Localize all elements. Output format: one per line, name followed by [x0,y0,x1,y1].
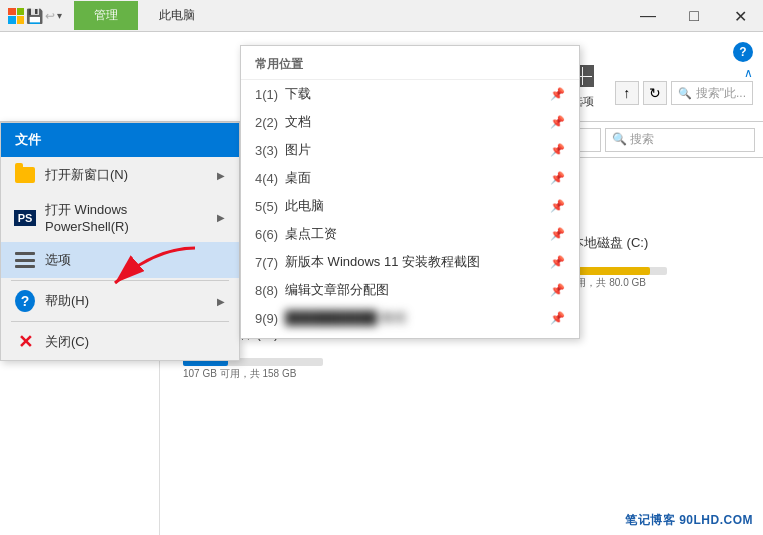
file-menu-close[interactable]: ✕ 关闭(C) [1,324,239,360]
places-item-num: 9(9) [255,311,285,326]
places-item-label: 下载 [285,85,311,103]
places-item-num: 5(5) [255,199,285,214]
powershell-icon: PS [15,208,35,228]
ribbon-right: 选项 ↑ ↻ 🔍 搜索"此... [559,32,753,121]
title-bar-controls: — □ ✕ [625,0,763,32]
title-bar-left: 💾 ↩ ▾ 管理 此电脑 [0,1,220,30]
help-icon: ? [15,291,35,311]
pin-icon: 📌 [550,283,565,297]
file-menu-header: 文件 [1,123,239,157]
file-menu-item-label: 打开新窗口(N) [45,166,128,184]
pin-icon: 📌 [550,143,565,157]
pin-icon: 📌 [550,255,565,269]
places-item-label: 桌面 [285,169,311,187]
search-icon: 🔍 [678,87,692,100]
places-item-label: 桌点工资 [285,225,337,243]
places-item-documents[interactable]: 2(2) 文档 📌 [241,108,579,136]
quick-save[interactable]: 💾 [26,8,43,24]
places-item-downloads[interactable]: 1(1) 下载 📌 [241,80,579,108]
maximize-button[interactable]: □ [671,0,717,32]
places-item-label: 编辑文章部分配图 [285,281,389,299]
places-item-thispc[interactable]: 5(5) 此电脑 📌 [241,192,579,220]
places-item-label: 文档 [285,113,311,131]
search-box[interactable]: 🔍 搜索"此... [671,81,753,105]
places-item-label: 图片 [285,141,311,159]
places-item-num: 4(4) [255,171,285,186]
file-menu-options[interactable]: 选项 [1,242,239,278]
places-item-num: 8(8) [255,283,285,298]
title-bar: 💾 ↩ ▾ 管理 此电脑 — □ ✕ [0,0,763,32]
places-item-pictures[interactable]: 3(3) 图片 📌 [241,136,579,164]
tab-thispc[interactable]: 此电脑 [142,2,212,29]
pin-icon: 📌 [550,199,565,213]
pin-icon: 📌 [550,115,565,129]
file-menu-item-label: 选项 [45,251,71,269]
file-menu-divider-2 [11,321,229,322]
submenu-arrow-icon: ▶ [217,212,225,223]
tab-manage[interactable]: 管理 [74,1,138,30]
submenu-arrow-icon: ▶ [217,170,225,181]
places-item-label: 此电脑 [285,197,324,215]
file-menu-item-label: 关闭(C) [45,333,89,351]
pin-icon: 📌 [550,311,565,325]
close-button[interactable]: ✕ [717,0,763,32]
places-item-label: 新版本 Windows 11 安装教程截图 [285,253,480,271]
places-item-num: 2(2) [255,115,285,130]
places-item-num: 3(3) [255,143,285,158]
places-item-desktop[interactable]: 4(4) 桌面 📌 [241,164,579,192]
pin-icon: 📌 [550,87,565,101]
up-button[interactable]: ↑ [615,81,639,105]
file-menu-open-new-window[interactable]: 打开新窗口(N) ▶ [1,157,239,193]
file-menu-divider [11,280,229,281]
device-c-name: 本地磁盘 (C:) [571,234,648,252]
ribbon-collapse-icon[interactable]: ∧ [744,66,753,80]
folder-open-icon [15,165,35,185]
help-question-icon[interactable]: ? [733,42,753,62]
places-item-edit[interactable]: 8(8) 编辑文章部分配图 📌 [241,276,579,304]
file-menu-item-label: 打开 Windows PowerShell(R) [45,201,207,234]
file-menu-help[interactable]: ? 帮助(H) ▶ [1,283,239,319]
minimize-button[interactable]: — [625,0,671,32]
drive-d-sizes: 107 GB 可用，共 158 GB [183,367,296,381]
file-menu-item-label: 帮助(H) [45,292,89,310]
places-item-num: 6(6) [255,227,285,242]
places-item-num: 1(1) [255,87,285,102]
nav-search-input[interactable]: 🔍 搜索 [605,128,755,152]
pin-icon: 📌 [550,171,565,185]
quick-undo[interactable]: ↩ [45,9,55,23]
places-item-salary[interactable]: 6(6) 桌点工资 📌 [241,220,579,248]
file-menu-powershell[interactable]: PS 打开 Windows PowerShell(R) ▶ [1,193,239,242]
places-item-blurred[interactable]: 9(9) ██████████ 教程 📌 [241,304,579,332]
windows-icon [8,8,24,24]
close-x-icon: ✕ [15,332,35,352]
refresh-button[interactable]: ↻ [643,81,667,105]
common-places-header: 常用位置 [241,52,579,80]
places-item-win11[interactable]: 7(7) 新版本 Windows 11 安装教程截图 📌 [241,248,579,276]
submenu-arrow-icon: ▶ [217,296,225,307]
common-places-menu: 常用位置 1(1) 下载 📌 2(2) 文档 📌 3(3) 图片 📌 4(4) … [240,45,580,339]
places-item-num: 7(7) [255,255,285,270]
quick-dropdown[interactable]: ▾ [57,10,62,21]
options-list-icon [15,250,35,270]
places-item-label: ██████████ 教程 [285,309,407,327]
file-menu: 文件 打开新窗口(N) ▶ PS 打开 Windows PowerShell(R… [0,122,240,361]
pin-icon: 📌 [550,227,565,241]
